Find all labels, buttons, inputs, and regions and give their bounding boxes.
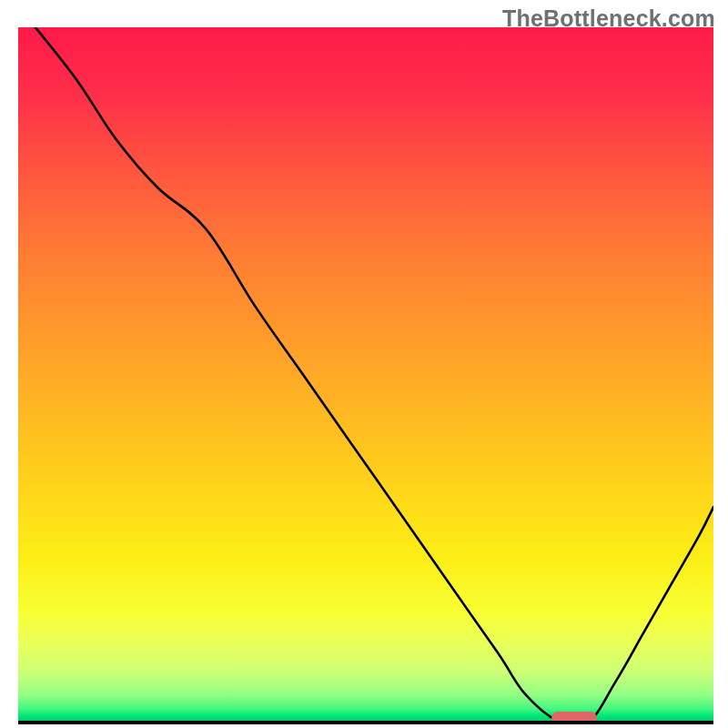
watermark-text: TheBottleneck.com	[502, 5, 715, 32]
chart-container: TheBottleneck.com	[0, 0, 728, 728]
plot-area	[18, 27, 713, 723]
bottleneck-curve	[18, 27, 713, 723]
x-axis-line	[18, 721, 713, 724]
